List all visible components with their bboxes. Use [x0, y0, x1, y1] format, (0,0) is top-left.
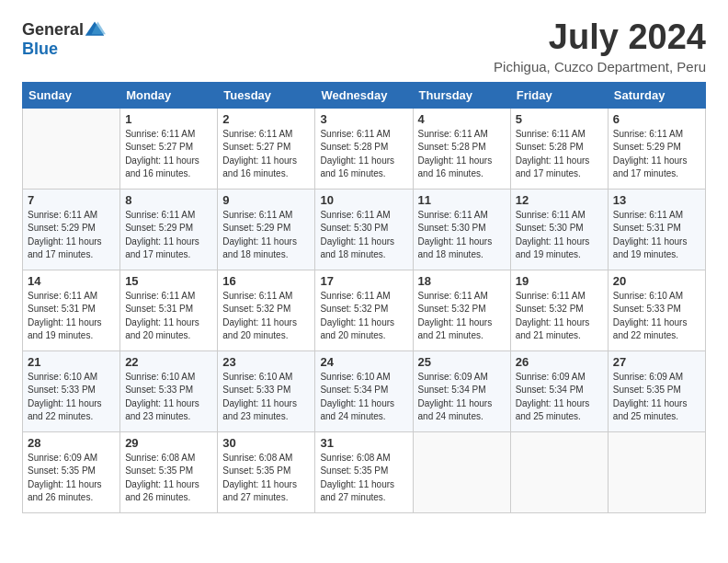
day-number: 2 [222, 112, 310, 126]
calendar-cell: 29Sunrise: 6:08 AMSunset: 5:35 PMDayligh… [120, 431, 218, 512]
weekday-header-sunday: Sunday [23, 82, 120, 108]
weekday-header-wednesday: Wednesday [315, 82, 413, 108]
day-number: 14 [28, 274, 115, 288]
day-info: Sunrise: 6:09 AMSunset: 5:34 PMDaylight:… [418, 371, 506, 424]
day-number: 31 [320, 436, 407, 450]
day-number: 5 [516, 112, 603, 126]
day-info: Sunrise: 6:10 AMSunset: 5:34 PMDaylight:… [320, 371, 407, 424]
day-number: 6 [613, 112, 700, 126]
weekday-header-saturday: Saturday [608, 82, 705, 108]
day-number: 3 [320, 112, 407, 126]
day-info: Sunrise: 6:11 AMSunset: 5:29 PMDaylight:… [28, 209, 115, 262]
calendar-cell: 31Sunrise: 6:08 AMSunset: 5:35 PMDayligh… [315, 431, 413, 512]
calendar-cell [23, 108, 120, 189]
day-info: Sunrise: 6:11 AMSunset: 5:28 PMDaylight:… [516, 128, 603, 181]
day-info: Sunrise: 6:11 AMSunset: 5:32 PMDaylight:… [320, 290, 407, 343]
day-number: 11 [418, 193, 506, 207]
calendar-cell: 26Sunrise: 6:09 AMSunset: 5:34 PMDayligh… [510, 350, 608, 431]
calendar-cell: 22Sunrise: 6:10 AMSunset: 5:33 PMDayligh… [120, 350, 218, 431]
calendar-week-row: 14Sunrise: 6:11 AMSunset: 5:31 PMDayligh… [23, 270, 706, 350]
day-number: 23 [222, 355, 310, 369]
calendar-cell: 6Sunrise: 6:11 AMSunset: 5:29 PMDaylight… [608, 108, 705, 189]
day-info: Sunrise: 6:09 AMSunset: 5:35 PMDaylight:… [28, 452, 115, 505]
calendar-cell: 17Sunrise: 6:11 AMSunset: 5:32 PMDayligh… [315, 270, 413, 350]
day-number: 26 [516, 355, 603, 369]
day-number: 8 [125, 193, 212, 207]
month-title: July 2024 [494, 18, 706, 57]
calendar-cell: 19Sunrise: 6:11 AMSunset: 5:32 PMDayligh… [510, 270, 608, 350]
day-number: 24 [320, 355, 407, 369]
day-info: Sunrise: 6:08 AMSunset: 5:35 PMDaylight:… [125, 452, 212, 505]
calendar-cell: 9Sunrise: 6:11 AMSunset: 5:29 PMDaylight… [218, 189, 315, 270]
day-info: Sunrise: 6:10 AMSunset: 5:33 PMDaylight:… [613, 290, 700, 343]
calendar-cell [413, 431, 510, 512]
weekday-header-tuesday: Tuesday [218, 82, 315, 108]
day-info: Sunrise: 6:11 AMSunset: 5:28 PMDaylight:… [418, 128, 506, 181]
day-number: 29 [125, 436, 212, 450]
logo-text-general: General [22, 21, 84, 38]
day-info: Sunrise: 6:11 AMSunset: 5:30 PMDaylight:… [516, 209, 603, 262]
day-number: 7 [28, 193, 115, 207]
calendar-cell: 30Sunrise: 6:08 AMSunset: 5:35 PMDayligh… [218, 431, 315, 512]
calendar-cell: 4Sunrise: 6:11 AMSunset: 5:28 PMDaylight… [413, 108, 510, 189]
calendar-cell: 25Sunrise: 6:09 AMSunset: 5:34 PMDayligh… [413, 350, 510, 431]
calendar-cell: 21Sunrise: 6:10 AMSunset: 5:33 PMDayligh… [23, 350, 120, 431]
calendar-week-row: 1Sunrise: 6:11 AMSunset: 5:27 PMDaylight… [23, 108, 706, 189]
day-number: 17 [320, 274, 407, 288]
calendar-cell: 10Sunrise: 6:11 AMSunset: 5:30 PMDayligh… [315, 189, 413, 270]
calendar-cell: 16Sunrise: 6:11 AMSunset: 5:32 PMDayligh… [218, 270, 315, 350]
weekday-header-monday: Monday [120, 82, 218, 108]
day-info: Sunrise: 6:11 AMSunset: 5:29 PMDaylight:… [613, 128, 700, 181]
day-number: 19 [516, 274, 603, 288]
calendar-cell: 18Sunrise: 6:11 AMSunset: 5:32 PMDayligh… [413, 270, 510, 350]
calendar-week-row: 28Sunrise: 6:09 AMSunset: 5:35 PMDayligh… [23, 431, 706, 512]
calendar-cell: 23Sunrise: 6:10 AMSunset: 5:33 PMDayligh… [218, 350, 315, 431]
calendar-week-row: 21Sunrise: 6:10 AMSunset: 5:33 PMDayligh… [23, 350, 706, 431]
calendar-cell: 8Sunrise: 6:11 AMSunset: 5:29 PMDaylight… [120, 189, 218, 270]
day-number: 12 [516, 193, 603, 207]
calendar-cell: 12Sunrise: 6:11 AMSunset: 5:30 PMDayligh… [510, 189, 608, 270]
calendar-cell: 3Sunrise: 6:11 AMSunset: 5:28 PMDaylight… [315, 108, 413, 189]
day-number: 22 [125, 355, 212, 369]
day-number: 15 [125, 274, 212, 288]
calendar-cell: 28Sunrise: 6:09 AMSunset: 5:35 PMDayligh… [23, 431, 120, 512]
calendar-cell: 7Sunrise: 6:11 AMSunset: 5:29 PMDaylight… [23, 189, 120, 270]
day-number: 20 [613, 274, 700, 288]
calendar-cell: 5Sunrise: 6:11 AMSunset: 5:28 PMDaylight… [510, 108, 608, 189]
calendar-cell: 27Sunrise: 6:09 AMSunset: 5:35 PMDayligh… [608, 350, 705, 431]
day-info: Sunrise: 6:11 AMSunset: 5:30 PMDaylight:… [320, 209, 407, 262]
calendar-cell: 20Sunrise: 6:10 AMSunset: 5:33 PMDayligh… [608, 270, 705, 350]
day-number: 13 [613, 193, 700, 207]
day-number: 9 [222, 193, 310, 207]
day-number: 21 [28, 355, 115, 369]
day-number: 16 [222, 274, 310, 288]
calendar-cell: 14Sunrise: 6:11 AMSunset: 5:31 PMDayligh… [23, 270, 120, 350]
day-number: 28 [28, 436, 115, 450]
weekday-header-row: SundayMondayTuesdayWednesdayThursdayFrid… [23, 82, 706, 108]
day-info: Sunrise: 6:11 AMSunset: 5:32 PMDaylight:… [516, 290, 603, 343]
day-number: 1 [125, 112, 212, 126]
day-number: 25 [418, 355, 506, 369]
logo-icon [84, 18, 106, 40]
day-info: Sunrise: 6:10 AMSunset: 5:33 PMDaylight:… [222, 371, 310, 424]
day-number: 18 [418, 274, 506, 288]
logo-text-blue: Blue [22, 40, 58, 57]
calendar-cell: 1Sunrise: 6:11 AMSunset: 5:27 PMDaylight… [120, 108, 218, 189]
calendar-cell: 15Sunrise: 6:11 AMSunset: 5:31 PMDayligh… [120, 270, 218, 350]
title-area: July 2024 Pichigua, Cuzco Department, Pe… [494, 18, 706, 75]
calendar-week-row: 7Sunrise: 6:11 AMSunset: 5:29 PMDaylight… [23, 189, 706, 270]
day-info: Sunrise: 6:09 AMSunset: 5:34 PMDaylight:… [516, 371, 603, 424]
day-info: Sunrise: 6:11 AMSunset: 5:30 PMDaylight:… [418, 209, 506, 262]
day-info: Sunrise: 6:11 AMSunset: 5:28 PMDaylight:… [320, 128, 407, 181]
day-info: Sunrise: 6:11 AMSunset: 5:31 PMDaylight:… [613, 209, 700, 262]
day-number: 4 [418, 112, 506, 126]
logo: General Blue [22, 18, 106, 57]
day-info: Sunrise: 6:11 AMSunset: 5:32 PMDaylight:… [418, 290, 506, 343]
day-info: Sunrise: 6:11 AMSunset: 5:31 PMDaylight:… [125, 290, 212, 343]
day-number: 10 [320, 193, 407, 207]
weekday-header-thursday: Thursday [413, 82, 510, 108]
day-info: Sunrise: 6:11 AMSunset: 5:32 PMDaylight:… [222, 290, 310, 343]
day-info: Sunrise: 6:11 AMSunset: 5:31 PMDaylight:… [28, 290, 115, 343]
day-info: Sunrise: 6:11 AMSunset: 5:29 PMDaylight:… [222, 209, 310, 262]
day-info: Sunrise: 6:11 AMSunset: 5:29 PMDaylight:… [125, 209, 212, 262]
